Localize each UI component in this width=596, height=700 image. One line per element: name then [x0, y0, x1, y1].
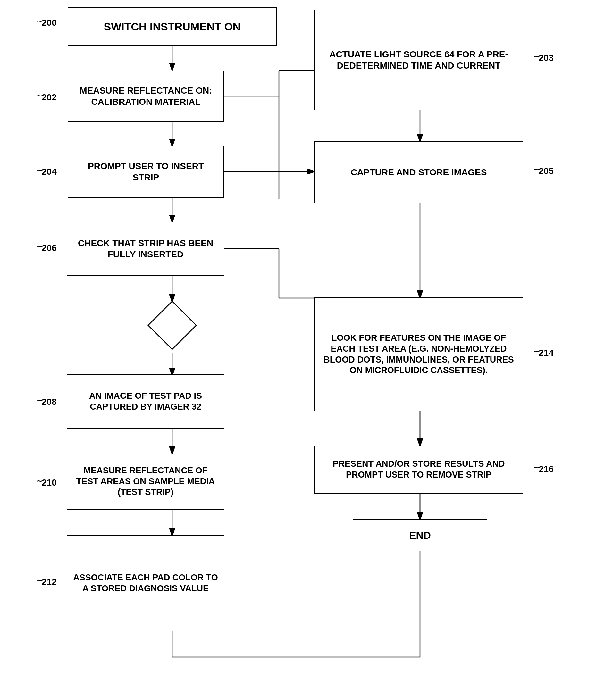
ref-203: 203 — [539, 53, 554, 63]
ref-202: 202 — [42, 92, 57, 103]
ref-212: 212 — [42, 577, 57, 587]
box-202: MEASURE REFLECTANCE ON: CALIBRATION MATE… — [68, 71, 224, 122]
ref-216: 216 — [539, 464, 554, 474]
box-206: CHECK THAT STRIP HAS BEEN FULLY INSERTED — [67, 222, 224, 276]
flowchart-diagram: SWITCH INSTRUMENT ON 200 ~ MEASURE REFLE… — [0, 0, 596, 700]
box-210: MEASURE REFLECTANCE OF TEST AREAS ON SAM… — [67, 453, 224, 509]
ref-204: 204 — [42, 167, 57, 177]
box-214: LOOK FOR FEATURES ON THE IMAGE OF EACH T… — [314, 297, 523, 411]
box-208: AN IMAGE OF TEST PAD IS CAPTURED BY IMAG… — [67, 374, 224, 429]
diamond-decision — [147, 300, 198, 351]
ref-210: 210 — [42, 478, 57, 488]
box-200: SWITCH INSTRUMENT ON — [68, 7, 277, 46]
box-204: PROMPT USER TO INSERT STRIP — [68, 146, 224, 198]
ref-206: 206 — [42, 243, 57, 253]
box-205: CAPTURE AND STORE IMAGES — [314, 141, 523, 203]
box-216: PRESENT AND/OR STORE RESULTS AND PROMPT … — [314, 446, 523, 494]
svg-marker-22 — [148, 301, 196, 349]
box-end: END — [353, 519, 487, 551]
ref-205: 205 — [539, 166, 554, 176]
box-203: ACTUATE LIGHT SOURCE 64 FOR A PRE-DEDETE… — [314, 9, 523, 110]
box-212: ASSOCIATE EACH PAD COLOR TO A STORED DIA… — [67, 535, 224, 631]
ref-200: 200 — [42, 18, 57, 28]
ref-214: 214 — [539, 348, 554, 358]
ref-208: 208 — [42, 397, 57, 407]
